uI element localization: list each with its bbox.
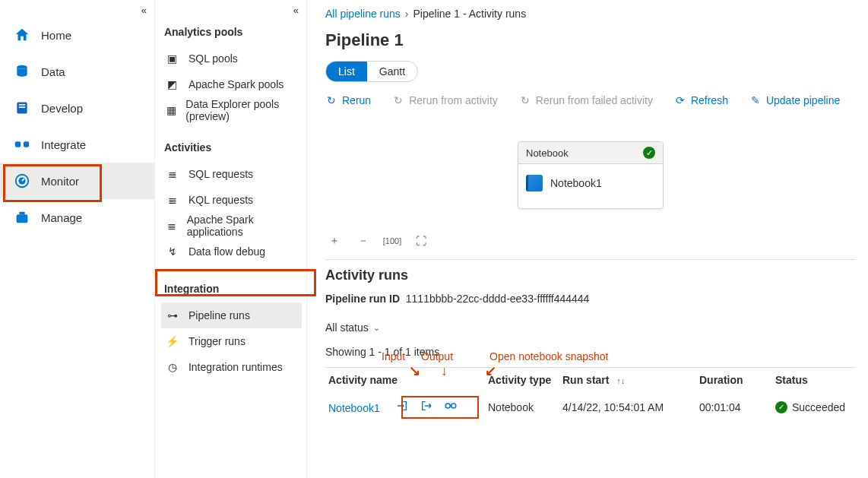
subnav-spark-apps[interactable]: ≣ Apache Spark applications [161, 213, 302, 239]
activity-name-link[interactable]: Notebook1 [328, 402, 380, 414]
section-title: Activities [164, 141, 299, 154]
subnav-integration-runtimes[interactable]: ◷ Integration runtimes [161, 354, 302, 380]
svg-point-10 [445, 404, 450, 408]
notebook-icon [526, 175, 543, 192]
input-icon[interactable] [395, 400, 409, 412]
nav-label: Integrate [41, 138, 86, 151]
subnav-sql-requests[interactable]: ≣ SQL requests [161, 161, 302, 187]
subnav-trigger-runs[interactable]: ⚡ Trigger runs [161, 328, 302, 354]
toolbar: ↻ Rerun ↻ Rerun from activity ↻ Rerun fr… [325, 94, 856, 106]
activity-node[interactable]: Notebook ✓ Notebook1 [518, 141, 664, 209]
nav-label: Develop [41, 102, 83, 115]
button-label: Refresh [691, 94, 728, 106]
canvas-tools: ＋ － [100] ⛶ [325, 233, 856, 248]
cell-duration: 00:01:04 [696, 394, 772, 420]
zoom-reset-button[interactable]: [100] [385, 233, 400, 248]
sql-pools-icon: ▣ [166, 52, 179, 65]
button-label: Rerun from failed activity [536, 94, 653, 106]
subnav-dataflow-debug[interactable]: ↯ Data flow debug [161, 239, 302, 264]
refresh-icon: ⟳ [674, 94, 686, 106]
button-label: Rerun [342, 94, 371, 106]
subnav-label: Integration runtimes [188, 361, 283, 373]
subnav-label: Apache Spark applications [187, 214, 297, 238]
col-status[interactable]: Status [772, 368, 856, 394]
trigger-runs-icon: ⚡ [166, 334, 179, 348]
subnav-data-explorer-pools[interactable]: ▦ Data Explorer pools (preview) [161, 97, 302, 123]
svg-point-0 [17, 65, 27, 69]
col-label: Run start [562, 374, 609, 386]
col-duration[interactable]: Duration [696, 368, 772, 394]
main: All pipeline runs › Pipeline 1 - Activit… [307, 0, 868, 478]
filter-label: All status [325, 321, 369, 334]
collapse-left-icon[interactable]: « [141, 5, 147, 16]
nav-monitor[interactable]: Monitor [0, 163, 154, 199]
cell-status: Succeeded [792, 401, 845, 413]
integrate-icon [14, 136, 30, 153]
update-pipeline-button[interactable]: ✎ Update pipeline [749, 94, 840, 106]
sub-nav: « Analytics pools ▣ SQL pools ◩ Apache S… [155, 0, 307, 478]
svg-rect-9 [19, 212, 24, 215]
output-icon[interactable] [420, 400, 433, 412]
node-type: Notebook [526, 147, 569, 159]
rerun-activity-button: ↻ Rerun from activity [392, 94, 498, 106]
fit-screen-button[interactable]: ⛶ [413, 233, 429, 248]
section-title: Analytics pools [164, 26, 299, 38]
rerun-activity-icon: ↻ [392, 94, 404, 106]
open-snapshot-icon[interactable] [444, 400, 458, 412]
kql-requests-icon: ≣ [166, 193, 179, 207]
refresh-button[interactable]: ⟳ Refresh [674, 94, 728, 106]
rerun-button[interactable]: ↻ Rerun [325, 94, 371, 106]
nav-integrate[interactable]: Integrate [0, 126, 154, 163]
nav-home[interactable]: Home [0, 17, 154, 53]
subnav-label: Pipeline runs [188, 309, 250, 321]
col-activity-type[interactable]: Activity type [485, 368, 559, 394]
zoom-in-button[interactable]: ＋ [327, 233, 342, 248]
collapse-sub-icon[interactable]: « [293, 5, 299, 16]
rerun-failed-button: ↻ Rerun from failed activity [519, 94, 653, 106]
run-id-label: Pipeline run ID [325, 293, 400, 305]
activity-table: Activity name Activity type Run start ↑↓… [325, 367, 856, 420]
subnav-spark-pools[interactable]: ◩ Apache Spark pools [161, 71, 302, 97]
rerun-failed-icon: ↻ [519, 94, 531, 106]
view-toggle: List Gantt [325, 61, 418, 82]
left-rail: « Home Data Develop Integrate [0, 0, 155, 478]
cell-type: Notebook [485, 394, 559, 420]
edit-icon: ✎ [749, 94, 762, 106]
cell-start: 4/14/22, 10:54:01 AM [559, 394, 696, 420]
canvas-area: Notebook ✓ Notebook1 [325, 141, 856, 209]
subnav-label: SQL pools [188, 52, 238, 65]
develop-icon [14, 100, 30, 116]
subnav-pipeline-runs[interactable]: ⊶ Pipeline runs [161, 302, 302, 328]
nav-label: Data [41, 65, 65, 78]
col-activity-name[interactable]: Activity name [325, 368, 485, 394]
nav-label: Home [41, 29, 71, 42]
status-filter[interactable]: All status ⌄ [325, 321, 856, 334]
sort-icon: ↑↓ [616, 376, 625, 385]
toggle-list[interactable]: List [326, 62, 367, 81]
button-label: Rerun from activity [409, 94, 498, 106]
subnav-label: Data flow debug [188, 245, 265, 258]
svg-rect-5 [24, 141, 29, 147]
subnav-kql-requests[interactable]: ≣ KQL requests [161, 187, 302, 213]
spark-apps-icon: ≣ [166, 219, 178, 233]
chevron-down-icon: ⌄ [373, 323, 380, 333]
data-explorer-icon: ▦ [166, 103, 176, 117]
manage-icon [14, 209, 30, 226]
activity-runs-title: Activity runs [325, 267, 856, 283]
nav-label: Monitor [41, 175, 79, 188]
monitor-icon [14, 173, 30, 189]
breadcrumb-root[interactable]: All pipeline runs [325, 8, 401, 20]
output-port [663, 173, 664, 183]
toggle-gantt[interactable]: Gantt [367, 62, 417, 81]
nav-data[interactable]: Data [0, 53, 154, 90]
svg-rect-2 [19, 104, 25, 106]
subnav-sql-pools[interactable]: ▣ SQL pools [161, 46, 302, 71]
nav-manage[interactable]: Manage [0, 199, 154, 236]
svg-point-11 [451, 404, 455, 408]
zoom-out-button[interactable]: － [356, 233, 371, 248]
svg-rect-4 [15, 141, 21, 147]
col-run-start[interactable]: Run start ↑↓ [559, 368, 696, 394]
nav-develop[interactable]: Develop [0, 90, 154, 126]
subnav-label: KQL requests [188, 194, 253, 206]
pipeline-runs-icon: ⊶ [166, 309, 179, 322]
